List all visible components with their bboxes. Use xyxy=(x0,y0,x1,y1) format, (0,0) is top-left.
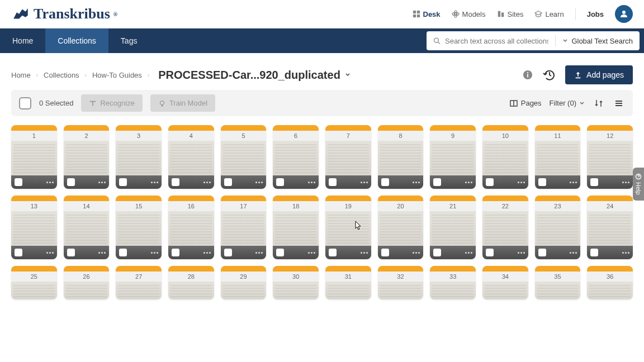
page-select-checkbox[interactable] xyxy=(538,249,546,256)
page-thumbnail[interactable]: 1 xyxy=(11,125,57,189)
crumb-home[interactable]: Home xyxy=(11,71,31,79)
history-button[interactable] xyxy=(542,67,557,83)
page-thumbnail[interactable]: 10 xyxy=(482,125,528,189)
page-select-checkbox[interactable] xyxy=(15,178,22,186)
page-thumbnail[interactable]: 2 xyxy=(64,125,110,189)
nav-home[interactable]: Home xyxy=(0,28,45,53)
page-more-menu[interactable] xyxy=(465,182,472,183)
page-more-menu[interactable] xyxy=(255,182,263,183)
page-more-menu[interactable] xyxy=(203,252,211,254)
page-thumbnail[interactable]: 36 xyxy=(587,266,633,299)
page-select-checkbox[interactable] xyxy=(67,249,75,256)
page-thumbnail[interactable]: 3 xyxy=(116,125,162,189)
page-select-checkbox[interactable] xyxy=(172,249,179,256)
page-thumbnail[interactable]: 16 xyxy=(168,196,214,259)
page-more-menu[interactable] xyxy=(465,252,472,254)
page-select-checkbox[interactable] xyxy=(486,249,494,256)
topnav-jobs[interactable]: Jobs xyxy=(587,10,604,18)
page-thumbnail[interactable]: 27 xyxy=(116,266,162,299)
page-more-menu[interactable] xyxy=(98,252,106,254)
page-more-menu[interactable] xyxy=(203,182,211,183)
page-select-checkbox[interactable] xyxy=(119,249,127,256)
crumb-collections[interactable]: Collections xyxy=(44,71,79,79)
page-more-menu[interactable] xyxy=(570,182,577,183)
page-thumbnail[interactable]: 33 xyxy=(430,266,476,299)
page-more-menu[interactable] xyxy=(308,182,315,183)
list-view-button[interactable] xyxy=(613,97,625,109)
train-model-button[interactable]: Train Model xyxy=(150,94,215,112)
page-thumbnail[interactable]: 18 xyxy=(273,196,319,259)
page-thumbnail[interactable]: 20 xyxy=(378,196,424,259)
page-thumbnail[interactable]: 19 xyxy=(325,196,371,259)
page-thumbnail[interactable]: 26 xyxy=(64,266,110,299)
info-button[interactable] xyxy=(522,69,534,81)
page-select-checkbox[interactable] xyxy=(433,249,441,256)
page-thumbnail[interactable]: 4 xyxy=(168,125,214,189)
page-more-menu[interactable] xyxy=(622,252,629,254)
page-more-menu[interactable] xyxy=(255,252,263,254)
nav-tags[interactable]: Tags xyxy=(108,28,150,53)
page-thumbnail[interactable]: 8 xyxy=(378,125,424,189)
page-thumbnail[interactable]: 14 xyxy=(64,196,110,259)
page-select-checkbox[interactable] xyxy=(15,249,22,256)
page-select-checkbox[interactable] xyxy=(433,178,441,186)
search-scope-dropdown[interactable]: Global Text Search xyxy=(556,37,640,45)
page-thumbnail[interactable]: 15 xyxy=(116,196,162,259)
page-thumbnail[interactable]: 6 xyxy=(273,125,319,189)
page-select-checkbox[interactable] xyxy=(67,178,75,186)
brand-logo[interactable]: Transkribus® xyxy=(11,4,117,23)
pages-view-button[interactable]: Pages xyxy=(509,99,542,108)
topnav-desk[interactable]: Desk xyxy=(413,10,441,18)
user-avatar[interactable] xyxy=(615,5,633,23)
page-select-checkbox[interactable] xyxy=(381,249,389,256)
page-more-menu[interactable] xyxy=(98,182,106,183)
recognize-button[interactable]: Recognize xyxy=(81,94,142,112)
topnav-learn[interactable]: Learn xyxy=(534,10,564,18)
page-select-checkbox[interactable] xyxy=(119,178,127,186)
page-select-checkbox[interactable] xyxy=(276,178,284,186)
page-select-checkbox[interactable] xyxy=(590,249,598,256)
page-thumbnail[interactable]: 30 xyxy=(273,266,319,299)
page-select-checkbox[interactable] xyxy=(590,178,598,186)
page-select-checkbox[interactable] xyxy=(276,249,284,256)
page-more-menu[interactable] xyxy=(308,252,315,254)
page-thumbnail[interactable]: 29 xyxy=(221,266,267,299)
help-tab[interactable]: Help xyxy=(633,168,644,201)
page-more-menu[interactable] xyxy=(151,182,158,183)
page-more-menu[interactable] xyxy=(413,252,420,254)
crumb-guides[interactable]: How-To Guides xyxy=(92,71,142,79)
add-pages-button[interactable]: Add pages xyxy=(565,65,633,84)
page-thumbnail[interactable]: 13 xyxy=(11,196,57,259)
sort-button[interactable] xyxy=(593,97,605,109)
page-more-menu[interactable] xyxy=(361,252,368,254)
page-thumbnail[interactable]: 34 xyxy=(482,266,528,299)
page-select-checkbox[interactable] xyxy=(224,178,232,186)
page-thumbnail[interactable]: 21 xyxy=(430,196,476,259)
search-box[interactable] xyxy=(427,37,555,45)
page-thumbnail[interactable]: 17 xyxy=(221,196,267,259)
page-more-menu[interactable] xyxy=(46,252,54,254)
page-select-checkbox[interactable] xyxy=(329,249,337,256)
page-more-menu[interactable] xyxy=(361,182,368,183)
document-title-dropdown[interactable]: PROCESSED-Car...920_duplicated xyxy=(158,69,351,82)
page-select-checkbox[interactable] xyxy=(224,249,232,256)
page-more-menu[interactable] xyxy=(151,252,158,254)
page-thumbnail[interactable]: 12 xyxy=(587,125,633,189)
page-more-menu[interactable] xyxy=(622,182,629,183)
page-thumbnail[interactable]: 35 xyxy=(535,266,581,299)
nav-collections[interactable]: Collections xyxy=(45,28,108,53)
page-thumbnail[interactable]: 11 xyxy=(535,125,581,189)
page-thumbnail[interactable]: 5 xyxy=(221,125,267,189)
page-thumbnail[interactable]: 28 xyxy=(168,266,214,299)
page-thumbnail[interactable]: 32 xyxy=(378,266,424,299)
topnav-sites[interactable]: Sites xyxy=(497,10,524,18)
page-select-checkbox[interactable] xyxy=(172,178,179,186)
page-thumbnail[interactable]: 24 xyxy=(587,196,633,259)
page-more-menu[interactable] xyxy=(518,182,525,183)
page-thumbnail[interactable]: 31 xyxy=(325,266,371,299)
page-more-menu[interactable] xyxy=(413,182,420,183)
filter-dropdown[interactable]: Filter (0) xyxy=(550,99,585,107)
page-thumbnail[interactable]: 7 xyxy=(325,125,371,189)
page-thumbnail[interactable]: 25 xyxy=(11,266,57,299)
topnav-models[interactable]: Models xyxy=(452,10,486,18)
